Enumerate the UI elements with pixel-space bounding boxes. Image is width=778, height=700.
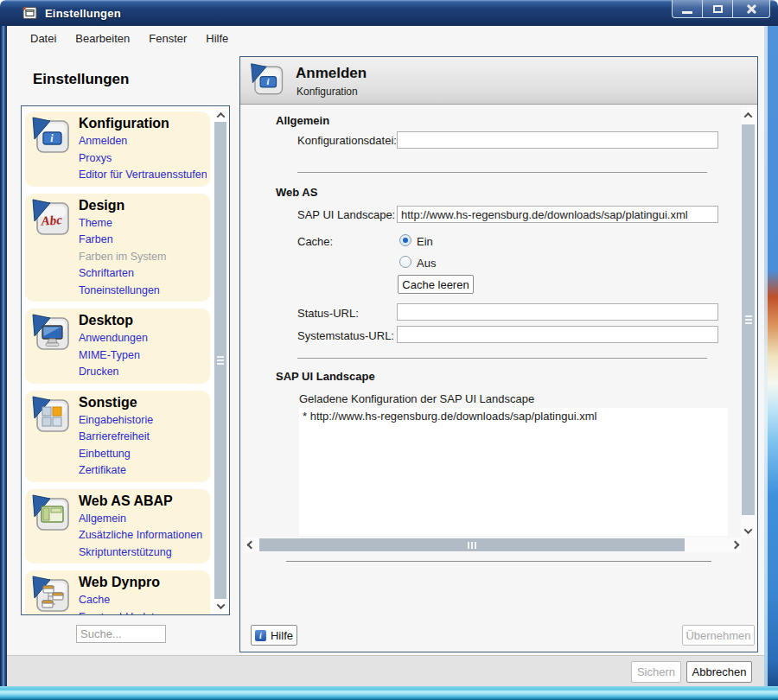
maximize-icon — [713, 5, 723, 13]
status-url-input[interactable] — [397, 303, 718, 321]
close-button[interactable] — [732, 0, 770, 18]
sidebar-link-anmelden[interactable]: Anmelden — [79, 133, 207, 150]
sidebar-scrollbar[interactable] — [213, 107, 228, 614]
sidebar-link-toneinstellungen[interactable]: Toneinstellungen — [79, 283, 207, 300]
category-title: Konfiguration — [79, 116, 207, 131]
settings-detail-panel: i Anmelden Konfiguration Allgemein Konfi… — [239, 56, 758, 652]
footer-bar: Sichern Abbrechen — [7, 655, 764, 686]
category-design: Abc Design Theme Farben Farben im System… — [25, 194, 210, 302]
page-title: Anmelden — [296, 65, 367, 82]
cache-off-radio[interactable] — [399, 256, 411, 268]
window-frame-left — [0, 26, 7, 686]
horizontal-scrollbar-thumb[interactable] — [259, 538, 685, 551]
app-window-icon — [22, 6, 38, 20]
maximize-button[interactable] — [702, 0, 733, 18]
sidebar-category-list: i Konfiguration Anmelden Proxys Editor f… — [21, 105, 230, 615]
divider — [297, 172, 707, 173]
apply-button: Übernehmen — [682, 625, 755, 646]
window-frame-bottom — [0, 686, 778, 700]
sidebar-link-eingabehistorie[interactable]: Eingabehistorie — [79, 412, 207, 430]
monitor-tile-icon — [30, 313, 72, 354]
hierarchy-tile-icon — [30, 575, 72, 614]
help-button[interactable]: i Hilfe — [251, 625, 297, 646]
sidebar-link-theme[interactable]: Theme — [79, 215, 207, 232]
scroll-down-icon[interactable] — [741, 525, 756, 537]
konfigurationsdatei-input[interactable] — [397, 131, 718, 149]
sidebar-link-cache[interactable]: Cache — [79, 592, 207, 609]
window-title: Einstellungen — [45, 7, 121, 20]
sidebar-link-schriftarten[interactable]: Schriftarten — [79, 265, 207, 283]
sidebar-link-editor-vertrauensstufen[interactable]: Editor für Vertrauensstufen — [79, 167, 207, 184]
divider — [297, 358, 707, 359]
close-icon — [746, 4, 757, 14]
sidebar-link-zusaetzliche-informationen[interactable]: Zusätzliche Informationen — [79, 527, 207, 544]
svg-text:Abc: Abc — [40, 213, 63, 228]
svg-text:i: i — [266, 77, 269, 86]
systemstatus-url-input[interactable] — [397, 326, 718, 343]
abc-tile-icon: Abc — [30, 198, 72, 239]
systemstatus-url-label: Systemstatus-URL: — [297, 329, 394, 342]
search-input[interactable] — [76, 625, 166, 643]
sidebar-link-einbettung[interactable]: Einbettung — [79, 446, 207, 463]
sidebar-link-farben[interactable]: Farben — [79, 232, 207, 249]
window-content: Datei Bearbeiten Fenster Hilfe Einstellu… — [7, 26, 764, 686]
sidebar-link-skriptunterstuetzung[interactable]: Skriptunterstützung — [79, 544, 207, 562]
sap-ui-landscape-input[interactable] — [397, 206, 718, 223]
category-title: Web AS ABAP — [79, 493, 207, 509]
titlebar[interactable]: Einstellungen — [0, 0, 778, 26]
sidebar-scrollbar-thumb[interactable] — [214, 122, 226, 599]
scroll-left-icon[interactable] — [245, 538, 257, 552]
grip-icon — [468, 542, 476, 549]
category-title: Design — [79, 198, 207, 213]
status-url-label: Status-URL: — [297, 307, 359, 320]
category-web-dynpro: Web Dynpro Cache Frontend-Updates — [25, 570, 210, 614]
panel-header: i Anmelden Konfiguration — [240, 57, 757, 105]
cache-off-label[interactable]: Aus — [417, 257, 436, 270]
menu-datei[interactable]: Datei — [21, 29, 66, 48]
sidebar-link-zertifikate[interactable]: Zertifikate — [79, 462, 207, 480]
sidebar-link-mime-typen[interactable]: MIME-Typen — [79, 347, 207, 365]
sidebar-link-allgemein[interactable]: Allgemein — [79, 511, 207, 528]
grid-tile-icon — [30, 395, 72, 436]
info-tile-icon: i — [30, 116, 72, 157]
form-vertical-scrollbar[interactable] — [741, 107, 756, 538]
cache-on-radio[interactable] — [399, 234, 411, 246]
layout-tile-icon — [30, 493, 72, 535]
scroll-up-icon[interactable] — [213, 109, 228, 121]
cancel-button[interactable]: Abbrechen — [686, 661, 752, 683]
category-title: Sonstige — [79, 395, 207, 410]
scroll-right-icon[interactable] — [729, 538, 741, 552]
form-horizontal-scrollbar[interactable] — [245, 538, 741, 552]
loaded-config-caption: Geladene Konfiguration der SAP UI Landsc… — [299, 392, 534, 405]
sidebar-heading: Einstellungen — [33, 71, 129, 88]
sap-ui-landscape-label: SAP UI Landscape: — [297, 208, 395, 221]
sidebar-link-drucken[interactable]: Drucken — [79, 364, 207, 381]
menu-fenster[interactable]: Fenster — [139, 29, 196, 48]
info-tile-icon: i — [249, 62, 285, 99]
section-sap-ui-landscape: SAP UI Landscape — [276, 370, 375, 383]
sidebar-link-frontend-updates[interactable]: Frontend-Updates — [79, 609, 207, 615]
cache-on-label[interactable]: Ein — [417, 235, 433, 248]
cache-leeren-button[interactable]: Cache leeren — [398, 275, 474, 294]
sidebar-link-farben-im-system: Farben im System — [79, 249, 207, 266]
help-button-label: Hilfe — [271, 629, 293, 642]
minimize-button[interactable] — [672, 0, 703, 18]
menu-bearbeiten[interactable]: Bearbeiten — [66, 29, 139, 48]
category-title: Desktop — [79, 313, 207, 328]
category-title: Web Dynpro — [79, 575, 207, 590]
category-web-as-abap: Web AS ABAP Allgemein Zusätzliche Inform… — [25, 489, 210, 564]
sidebar-link-barrierefreiheit[interactable]: Barrierefreiheit — [79, 429, 207, 446]
sidebar-link-proxys[interactable]: Proxys — [79, 150, 207, 168]
sidebar-link-anwendungen[interactable]: Anwendungen — [79, 330, 207, 347]
save-button: Sichern — [631, 661, 681, 683]
vertical-scrollbar-thumb[interactable] — [742, 124, 755, 515]
category-sonstige: Sonstige Eingabehistorie Barrierefreihei… — [25, 391, 210, 482]
category-konfiguration: i Konfiguration Anmelden Proxys Editor f… — [25, 111, 210, 187]
menu-hilfe[interactable]: Hilfe — [196, 29, 238, 48]
category-desktop: Desktop Anwendungen MIME-Typen Drucken — [25, 309, 210, 384]
grip-icon — [745, 315, 752, 324]
scroll-down-icon[interactable] — [213, 600, 228, 612]
konfigurationsdatei-label: Konfigurationsdatei: — [297, 134, 397, 147]
menubar: Datei Bearbeiten Fenster Hilfe — [7, 26, 764, 50]
scroll-up-icon[interactable] — [741, 109, 756, 121]
